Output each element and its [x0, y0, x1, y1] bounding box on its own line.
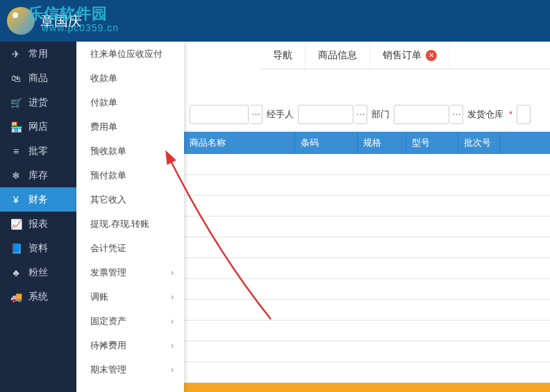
table-row[interactable] — [184, 341, 550, 362]
ship-warehouse-input[interactable] — [517, 105, 531, 124]
ship-warehouse-label: 发货仓库 — [467, 108, 503, 121]
grid-col-0[interactable]: 商品名称 — [184, 132, 295, 154]
sidebar-item-label: 资料 — [28, 242, 48, 255]
table-row[interactable] — [184, 279, 550, 300]
tabbar: 导航商品信息销售订单✕ — [260, 42, 550, 69]
tab-1[interactable]: 商品信息 — [306, 42, 370, 69]
sidebar-item-label: 报表 — [28, 218, 48, 230]
sidebar-icon: 🏪 — [10, 121, 22, 133]
chevron-right-icon: › — [171, 268, 174, 278]
sidebar-item-3[interactable]: 🏪网店 — [0, 114, 76, 139]
sidebar-icon: 📘 — [10, 243, 22, 254]
sidebar-item-2[interactable]: 🛒进货 — [0, 90, 76, 114]
tab-label: 导航 — [273, 49, 292, 62]
submenu-item-label: 期末管理 — [90, 364, 126, 376]
sidebar-item-6[interactable]: ¥财务 — [0, 187, 76, 212]
submenu-item-0[interactable]: 往来单位应收应付 — [76, 42, 184, 66]
picker-icon[interactable]: ⋯ — [451, 105, 463, 124]
handler-label: 经手人 — [267, 108, 294, 121]
grid-col-2[interactable]: 规格 — [358, 132, 406, 154]
tab-0[interactable]: 导航 — [260, 42, 306, 69]
submenu-item-label: 预收款单 — [90, 145, 126, 157]
topbar: 章国庆 乐信软件园 www.pc0359.cn — [0, 0, 550, 42]
submenu-item-label: 费用单 — [90, 121, 117, 133]
submenu-item-1[interactable]: 收款单 — [76, 66, 184, 90]
submenu-item-label: 往来单位应收应付 — [90, 48, 162, 60]
submenu-item-8[interactable]: 会计凭证 — [76, 236, 184, 260]
sidebar-item-label: 财务 — [28, 194, 48, 206]
submenu-item-5[interactable]: 预付款单 — [76, 163, 184, 187]
sidebar-icon: 🛍 — [10, 73, 22, 84]
sidebar-item-label: 商品 — [28, 72, 48, 85]
sidebar-item-0[interactable]: ✈常用 — [0, 42, 76, 66]
grid-col-3[interactable]: 型号 — [406, 132, 458, 154]
sidebar-item-4[interactable]: ≡批零 — [0, 139, 76, 163]
sidebar-item-label: 网店 — [28, 121, 48, 133]
user-name: 章国庆 — [40, 12, 82, 31]
logo-area: 章国庆 — [7, 7, 82, 35]
sidebar-item-label: 进货 — [28, 96, 48, 109]
sidebar-item-1[interactable]: 🛍商品 — [0, 66, 76, 90]
sidebar-icon: ❄ — [10, 170, 22, 181]
submenu-item-9[interactable]: 发票管理› — [76, 260, 184, 284]
picker-icon[interactable]: ⋯ — [355, 105, 367, 124]
submenu-item-label: 发票管理 — [90, 266, 126, 279]
submenu-item-12[interactable]: 待摊费用› — [76, 333, 184, 357]
table-row[interactable] — [184, 196, 550, 216]
sidebar-item-label: 批零 — [28, 145, 48, 157]
sidebar-item-10[interactable]: 🚚系统 — [0, 284, 76, 309]
submenu-item-label: 提现.存现.转账 — [90, 218, 149, 230]
table-row[interactable] — [184, 258, 550, 279]
submenu-item-2[interactable]: 付款单 — [76, 90, 184, 114]
dept-label: 部门 — [372, 108, 390, 121]
submenu-item-6[interactable]: 其它收入 — [76, 187, 184, 212]
sidebar-item-label: 常用 — [28, 48, 48, 60]
filter-input-1[interactable] — [190, 105, 249, 124]
submenu-item-label: 会计凭证 — [90, 242, 126, 255]
dept-input[interactable] — [394, 105, 449, 124]
table-row[interactable] — [184, 321, 550, 341]
tab-2[interactable]: 销售订单✕ — [370, 42, 450, 69]
sidebar-item-label: 库存 — [28, 169, 48, 182]
tab-label: 销售订单 — [383, 49, 422, 62]
chevron-right-icon: › — [171, 316, 174, 326]
sidebar-item-8[interactable]: 📘资料 — [0, 236, 76, 260]
chevron-right-icon: › — [171, 341, 174, 350]
sidebar-item-5[interactable]: ❄库存 — [0, 163, 76, 187]
grid-col-4[interactable]: 批次号 — [458, 132, 500, 154]
submenu-item-10[interactable]: 调账› — [76, 284, 184, 309]
logo-icon — [7, 7, 35, 35]
close-icon[interactable]: ✕ — [426, 50, 437, 61]
handler-input[interactable] — [298, 105, 353, 124]
table-row[interactable] — [184, 216, 550, 237]
grid-summary-row — [184, 383, 550, 392]
sidebar-icon: ≡ — [10, 146, 22, 157]
table-row[interactable] — [184, 362, 550, 383]
filter-row: ⋯ 经手人 ⋯ 部门 ⋯ 发货仓库 * — [184, 97, 550, 132]
tab-label: 商品信息 — [318, 49, 357, 62]
sidebar-icon: 📈 — [10, 219, 22, 230]
sidebar-item-label: 系统 — [28, 291, 48, 303]
table-row[interactable] — [184, 237, 550, 258]
submenu-item-7[interactable]: 提现.存现.转账 — [76, 212, 184, 236]
submenu-item-13[interactable]: 期末管理› — [76, 357, 184, 382]
sidebar-item-9[interactable]: ♣粉丝 — [0, 260, 76, 284]
sidebar-item-7[interactable]: 📈报表 — [0, 212, 76, 236]
table-row[interactable] — [184, 300, 550, 321]
table-row[interactable] — [184, 175, 550, 196]
finance-submenu: 往来单位应收应付收款单付款单费用单预收款单预付款单其它收入提现.存现.转账会计凭… — [76, 42, 184, 392]
submenu-item-label: 收款单 — [90, 72, 117, 85]
sidebar-icon: 🚚 — [10, 291, 22, 302]
submenu-item-4[interactable]: 预收款单 — [76, 139, 184, 163]
submenu-item-11[interactable]: 固定资产› — [76, 309, 184, 333]
sidebar-item-label: 粉丝 — [28, 266, 48, 279]
grid-col-1[interactable]: 条码 — [295, 132, 358, 154]
chevron-right-icon: › — [171, 292, 174, 302]
table-row[interactable] — [184, 154, 550, 175]
picker-icon[interactable]: ⋯ — [250, 105, 262, 124]
sidebar-icon: 🛒 — [10, 97, 22, 108]
required-mark: * — [509, 109, 512, 119]
submenu-item-3[interactable]: 费用单 — [76, 114, 184, 139]
submenu-item-label: 付款单 — [90, 96, 117, 109]
sidebar-icon: ¥ — [10, 194, 22, 205]
